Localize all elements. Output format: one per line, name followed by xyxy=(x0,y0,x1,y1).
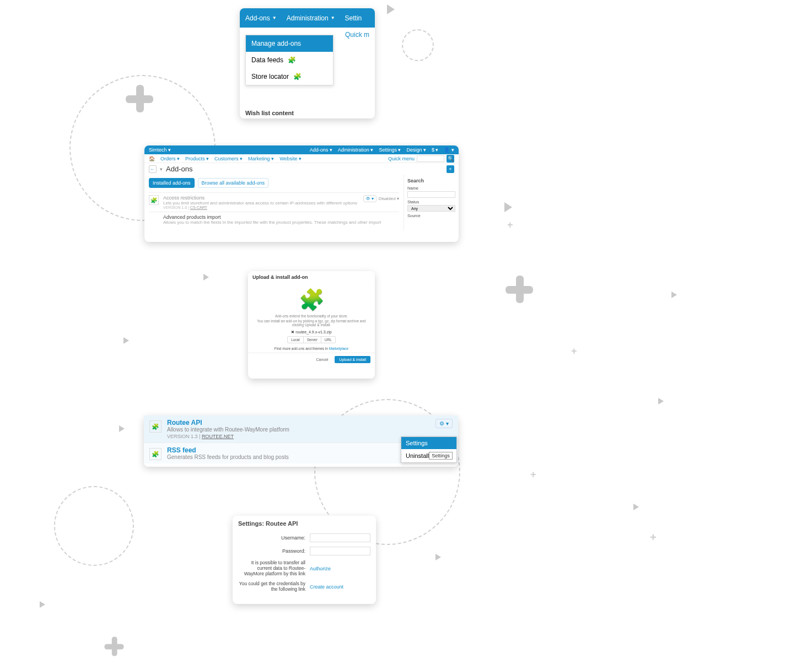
addon-desc: Allows you to match the fields in the im… xyxy=(163,220,399,225)
addon-gear-button[interactable]: ⚙ ▾ xyxy=(435,419,453,428)
tooltip: Settings xyxy=(429,452,453,460)
store-selector[interactable]: Simtech ▾ xyxy=(149,147,171,153)
search-sidebar: Search Name Status Any Source xyxy=(404,175,459,230)
currency-selector[interactable]: $ ▾ xyxy=(432,147,439,153)
addons-dropdown-menu: Manage add-ons Data feeds🧩 Store locator… xyxy=(245,35,334,85)
upload-dialog-card: Upload & install add-on 🧩 Add-ons extend… xyxy=(248,271,375,379)
label-source: Source xyxy=(407,213,455,218)
nav-administration[interactable]: Administration ▼ xyxy=(287,14,335,22)
upload-install-button[interactable]: Upload & install xyxy=(335,356,370,363)
addons-page-card: Simtech ▾ Add-ons ▾ Administration ▾ Set… xyxy=(144,145,459,242)
label-name: Name xyxy=(407,186,455,191)
puzzle-icon: 🧩 xyxy=(293,73,302,80)
addon-row: 🧩 Access restrictions Lets you limit sto… xyxy=(149,192,399,212)
addon-desc: Lets you limit storefront and administra… xyxy=(163,201,359,206)
topbar: Add-ons ▼ Administration ▼ Settin xyxy=(240,8,375,28)
seg-server[interactable]: Server xyxy=(304,337,321,343)
nav-marketing[interactable]: Marketing ▾ xyxy=(248,156,274,161)
label-password: Password: xyxy=(238,548,310,554)
puzzle-icon: 🧩 xyxy=(288,56,296,64)
addon-name[interactable]: Advanced products import xyxy=(163,214,399,220)
wish-list-heading: Wish list content xyxy=(245,110,294,116)
selected-file: ✖ routee_4.9.x-v1.3.zip xyxy=(254,330,369,334)
addon-name[interactable]: Routee API xyxy=(167,419,430,427)
admin-navbar: 🏠 Orders ▾ Products ▾ Customers ▾ Market… xyxy=(144,154,459,163)
addon-version: VERSION 1.0 | CS-CART xyxy=(163,206,359,209)
menu-data-feeds[interactable]: Data feeds🧩 xyxy=(246,52,333,68)
marketplace-hint: Find more add-ons and themes in Marketpl… xyxy=(254,347,369,350)
puzzle-icon: 🧩 xyxy=(254,288,369,312)
dd-uninstall[interactable]: Uninstall Settings xyxy=(401,449,456,462)
gear-dropdown: Settings Uninstall Settings xyxy=(401,436,457,463)
settings-form-card: Settings: Routee API Username: Password:… xyxy=(233,516,376,604)
puzzle-icon: 🧩 xyxy=(149,448,162,460)
addon-gear-button[interactable]: ⚙ ▾ xyxy=(363,195,376,202)
upload-source-segment: Local Server URL xyxy=(287,336,336,343)
marketplace-link[interactable]: Marketplace xyxy=(329,347,348,350)
puzzle-icon: 🧩 xyxy=(149,195,159,205)
addon-vendor-link[interactable]: CS-CART xyxy=(190,206,207,209)
search-name-input[interactable] xyxy=(407,191,455,198)
routee-row-card: 🧩 Routee API Allows to integrate with Ro… xyxy=(144,415,458,467)
label-username: Username: xyxy=(238,535,310,541)
page-title: Add-ons xyxy=(166,165,192,173)
dialog-text: Add-ons extend the functionality of your… xyxy=(254,314,369,318)
puzzle-icon: 🧩 xyxy=(149,420,162,433)
seg-url[interactable]: URL xyxy=(321,337,335,343)
add-button[interactable]: + xyxy=(447,165,454,173)
home-icon[interactable]: 🏠 xyxy=(149,156,155,161)
user-menu-icon[interactable]: 👤 ▾ xyxy=(444,147,454,153)
page-title-row: ← ▾ Add-ons + xyxy=(144,163,459,175)
authorize-link[interactable]: Authorize xyxy=(310,566,331,571)
addon-vendor-link[interactable]: ROUTEE.NET xyxy=(202,434,234,439)
addons-dropdown-card: Add-ons ▼ Administration ▼ Settin Quick … xyxy=(240,8,375,118)
addon-name[interactable]: Access restrictions xyxy=(163,195,359,201)
cancel-button[interactable]: Cancel xyxy=(312,356,333,363)
nav-products[interactable]: Products ▾ xyxy=(185,156,209,161)
sidebar-heading: Search xyxy=(407,178,455,183)
back-button[interactable]: ← xyxy=(149,165,157,173)
nav-addons[interactable]: Add-ons ▼ xyxy=(245,14,277,22)
tab-browse[interactable]: Browse all available add-ons xyxy=(198,178,269,188)
nav-design[interactable]: Design ▾ xyxy=(406,147,426,153)
label-transfer: It is possible to transfer all current d… xyxy=(238,560,310,576)
global-search-input[interactable] xyxy=(417,155,444,162)
addon-status-toggle[interactable]: Disabled ▾ xyxy=(379,196,399,201)
quick-menu-link[interactable]: Quick menu xyxy=(388,156,415,161)
create-account-link[interactable]: Create account xyxy=(310,584,343,590)
menu-manage-addons[interactable]: Manage add-ons xyxy=(246,35,333,52)
settings-title: Settings: Routee API xyxy=(233,516,376,531)
nav-settings[interactable]: Settings ▾ xyxy=(379,147,401,153)
password-input[interactable] xyxy=(310,547,370,555)
label-credentials: You could get the credentials by the fol… xyxy=(238,581,310,592)
nav-administration[interactable]: Administration ▾ xyxy=(338,147,374,153)
addon-version: VERSION 1.3 | ROUTEE.NET xyxy=(167,434,430,439)
nav-settings[interactable]: Settin xyxy=(345,14,362,22)
search-status-select[interactable]: Any xyxy=(407,205,455,212)
tab-installed[interactable]: Installed add-ons xyxy=(149,178,195,188)
menu-store-locator[interactable]: Store locator🧩 xyxy=(246,68,333,85)
nav-orders[interactable]: Orders ▾ xyxy=(160,156,180,161)
addon-row: 🧩 Advanced products import Allows you to… xyxy=(149,212,399,227)
dialog-title: Upload & install add-on xyxy=(248,271,375,283)
admin-topbar: Simtech ▾ Add-ons ▾ Administration ▾ Set… xyxy=(144,145,459,154)
search-button[interactable]: 🔍 xyxy=(447,155,454,163)
nav-website[interactable]: Website ▾ xyxy=(279,156,302,161)
seg-local[interactable]: Local xyxy=(288,337,304,343)
title-menu-toggle[interactable]: ▾ xyxy=(160,166,163,172)
dd-settings[interactable]: Settings xyxy=(401,437,456,449)
addon-desc: Allows to integrate with Routee-WayMore … xyxy=(167,427,430,433)
username-input[interactable] xyxy=(310,533,370,542)
nav-addons[interactable]: Add-ons ▾ xyxy=(310,147,332,153)
nav-customers[interactable]: Customers ▾ xyxy=(214,156,243,161)
dialog-text: You can install an add-on by picking a t… xyxy=(254,319,369,327)
label-status: Status xyxy=(407,199,455,204)
